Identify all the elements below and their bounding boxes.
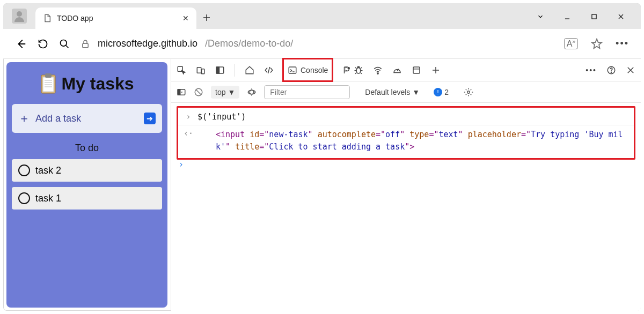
console-input-expr: $('input')	[197, 112, 246, 122]
devtools-panel: Console •••	[171, 59, 641, 311]
window-controls	[537, 13, 641, 20]
window-close-icon[interactable]	[617, 13, 625, 20]
tab-console-label: Console	[301, 66, 328, 74]
clipboard-icon	[40, 73, 57, 94]
sidebar-toggle-icon[interactable]	[177, 87, 186, 97]
new-tab-button[interactable]	[202, 13, 211, 23]
svg-rect-23	[178, 89, 180, 95]
task-label: task 1	[35, 193, 61, 204]
issues-badge[interactable]: ! 2	[434, 88, 449, 96]
browser-tab[interactable]: TODO app ✕	[35, 8, 196, 29]
console-output-line[interactable]: ‹· <input id="new-task" autocomplete="of…	[180, 128, 632, 154]
device-toggle-icon[interactable]	[196, 65, 206, 75]
svg-rect-12	[202, 69, 204, 73]
devtools-close-icon[interactable]	[626, 65, 635, 75]
console-input-line: › $('input')	[180, 111, 632, 123]
context-select[interactable]: top ▼	[211, 86, 239, 99]
console-icon	[288, 65, 297, 75]
browser-titlebar: TODO app ✕	[3, 3, 641, 29]
address-bar-row: microsoftedge.github.io/Demos/demo-to-do…	[3, 29, 641, 59]
performance-tab-icon[interactable]	[392, 65, 402, 75]
svg-rect-0	[592, 14, 596, 19]
document-icon	[43, 14, 52, 23]
inspect-icon[interactable]	[177, 65, 186, 75]
task-checkbox[interactable]	[18, 192, 30, 204]
devtools-tabstrip: Console •••	[171, 59, 641, 81]
task-item[interactable]: task 1	[12, 187, 162, 210]
url-host: microsoftedge.github.io	[98, 38, 197, 49]
chevron-down-icon[interactable]	[537, 13, 544, 20]
bug-icon[interactable]	[354, 65, 363, 75]
favorite-icon[interactable]	[591, 38, 603, 50]
plus-icon: ＋	[18, 110, 30, 126]
svg-point-25	[250, 90, 254, 94]
console-body[interactable]: › $('input') ‹· <input id="new-task" aut…	[171, 103, 641, 311]
log-levels-label: Default levels	[365, 88, 410, 96]
tab-title: TODO app	[57, 14, 177, 23]
task-checkbox[interactable]	[18, 165, 30, 176]
back-button[interactable]	[15, 38, 27, 50]
task-item[interactable]: task 2	[12, 159, 162, 182]
filter-input[interactable]	[264, 85, 350, 99]
devtools-more-icon[interactable]: •••	[586, 66, 597, 74]
console-prompt[interactable]: ›	[177, 160, 635, 169]
log-levels-select[interactable]: Default levels ▼	[365, 88, 420, 96]
chevron-down-icon: ▼	[228, 88, 235, 96]
welcome-tab-icon[interactable]	[245, 65, 254, 75]
network-tab-icon[interactable]	[373, 65, 383, 75]
context-label: top	[215, 88, 225, 96]
help-icon[interactable]	[606, 65, 616, 75]
close-tab-icon[interactable]: ✕	[182, 14, 189, 23]
task-label: task 2	[35, 165, 61, 176]
highlight-box: › $('input') ‹· <input id="new-task" aut…	[177, 106, 635, 160]
search-button[interactable]	[59, 39, 70, 49]
settings-icon[interactable]	[464, 87, 473, 97]
svg-rect-2	[83, 43, 89, 48]
section-header-todo: To do	[12, 143, 162, 154]
tab-console[interactable]: Console	[283, 59, 332, 81]
clear-console-icon[interactable]	[194, 87, 203, 97]
svg-rect-15	[289, 67, 296, 73]
svg-rect-5	[45, 73, 52, 78]
svg-point-18	[377, 72, 378, 73]
maximize-icon[interactable]	[590, 13, 598, 20]
content-area: My tasks ＋ Add a task ➔ To do task 2 tas…	[3, 59, 641, 311]
submit-task-button[interactable]: ➔	[144, 113, 156, 124]
lock-icon[interactable]	[80, 39, 90, 49]
sources-tab-icon[interactable]	[342, 65, 352, 75]
read-aloud-icon[interactable]: A»	[564, 38, 578, 49]
svg-point-1	[61, 40, 67, 46]
prompt-icon: ›	[184, 112, 193, 122]
svg-point-21	[611, 72, 611, 72]
add-task-input[interactable]: ＋ Add a task ➔	[12, 104, 162, 133]
add-task-label: Add a task	[35, 113, 81, 124]
svg-point-28	[467, 91, 470, 93]
page-title: My tasks	[61, 74, 134, 94]
more-tabs-icon[interactable]	[431, 65, 441, 75]
refresh-button[interactable]	[38, 39, 48, 49]
output-caret-icon: ‹·	[184, 129, 193, 153]
svg-rect-14	[216, 67, 219, 73]
dock-side-icon[interactable]	[215, 65, 225, 75]
minimize-icon[interactable]	[564, 13, 571, 20]
elements-tab-icon[interactable]	[264, 65, 274, 75]
console-toolbar: top ▼ Default levels ▼ ! 2	[171, 81, 641, 103]
message-icon: !	[434, 88, 442, 96]
address-bar-right: A» •••	[564, 38, 629, 50]
profile-avatar[interactable]	[12, 9, 27, 24]
address-bar[interactable]: microsoftedge.github.io/Demos/demo-to-do…	[80, 38, 553, 49]
application-tab-icon[interactable]	[412, 65, 421, 75]
url-path: /Demos/demo-to-do/	[205, 38, 293, 49]
svg-rect-19	[413, 67, 420, 73]
live-expression-icon[interactable]	[247, 87, 257, 97]
svg-rect-11	[197, 67, 201, 73]
console-output-html: <input id="new-task" autocomplete="off" …	[216, 129, 623, 153]
svg-point-17	[357, 68, 361, 73]
issues-count: 2	[444, 88, 449, 96]
todo-app: My tasks ＋ Add a task ➔ To do task 2 tas…	[6, 62, 167, 308]
svg-point-27	[248, 90, 256, 94]
more-icon[interactable]: •••	[616, 38, 629, 49]
